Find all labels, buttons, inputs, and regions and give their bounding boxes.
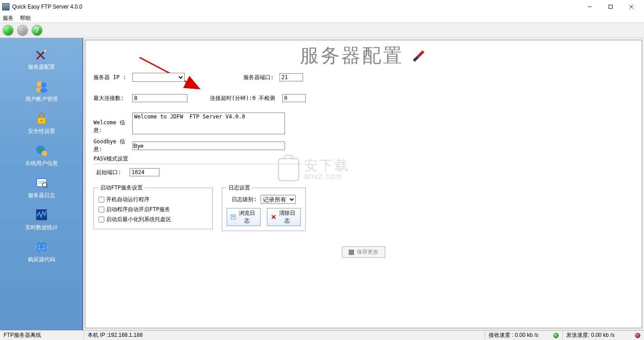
sidebar-item-security[interactable]: 安全性设置 [0,109,83,138]
sidebar-item-logs[interactable]: 服务器日志 [0,173,83,202]
svg-point-10 [40,88,47,93]
minimize-button[interactable] [579,0,600,14]
menu-help[interactable]: 帮助 [20,14,31,22]
svg-point-14 [42,151,47,156]
titlebar: Quick Easy FTP Server 4.0.0 [0,0,644,14]
users-icon [0,78,83,94]
welcome-label: Welcome 信息: [93,113,132,134]
save-button[interactable]: 保存更改 [342,246,385,258]
wrench-icon [0,46,83,62]
sidebar-item-server-config[interactable]: 服务器配置 [0,44,83,74]
menu-service[interactable]: 服务 [3,14,14,22]
status-local-ip: 本机 IP :192.168.1.188 [84,331,485,340]
svg-point-6 [43,49,47,52]
startup-group: 启动FTP服务设置 开机自动运行程序 启动程序自动开启FTP服务 启动后最小化到… [93,184,213,229]
sidebar-item-label: 服务器配置 [0,63,83,71]
server-ip-select[interactable] [132,73,185,82]
sidebar-item-label: 用户帐户管理 [0,95,83,103]
svg-rect-24 [417,50,425,58]
maximize-button[interactable] [600,0,621,14]
startup-opt-minimize[interactable]: 启动后最小化到系统托盘区 [98,214,208,224]
log-level-select[interactable]: 记录所有 [261,195,296,204]
status-send-speed: 发送速度: 0.00 kb /s [566,331,615,339]
window-title: Quick Easy FTP Server 4.0.0 [12,4,579,10]
svg-point-8 [41,82,47,88]
goodbye-input[interactable] [132,142,285,150]
send-led-icon [635,333,640,338]
sidebar-item-label: 服务器日志 [0,192,83,199]
config-form: 服务器 IP : 服务器端口: 最大连接数: 连接超时(分钟):0 不检测 We [93,71,634,258]
app-icon [2,3,9,10]
welcome-input[interactable]: Welcome to JDFW FTP Server V4.0.0 [132,113,285,134]
sidebar-item-label: 安全性设置 [0,128,83,135]
lock-icon [0,110,83,127]
timeout-input[interactable] [282,94,306,102]
document-icon [231,214,236,220]
stop-server-button[interactable] [17,25,28,36]
timeout-label: 连接超时(分钟):0 不检测 [210,94,282,102]
globe-icon [0,239,83,255]
content-panel: 服务器配置 安下载 anxz.com 服务器 IP : [85,40,642,328]
startup-opt-autorun[interactable]: 开机自动运行程序 [98,194,208,204]
sidebar-item-users[interactable]: 用户帐户管理 [0,76,83,106]
statusbar: FTP服务器离线 本机 IP :192.168.1.188 接收速度 : 0.0… [0,330,644,340]
sidebar-item-label: 购买源代码 [0,256,83,264]
sidebar-item-stats[interactable]: 实时数据统计 [0,205,83,234]
toolbar: ? [0,23,644,38]
svg-rect-1 [609,5,612,9]
max-conn-input[interactable] [132,94,187,102]
sidebar-item-buy-source[interactable]: 购买源代码 [0,237,83,266]
startup-opt-autostart[interactable]: 启动程序自动开启FTP服务 [98,204,208,214]
svg-point-21 [36,241,47,252]
server-port-input[interactable] [280,73,303,81]
pasv-start-port-label: 起始端口: [96,169,130,176]
max-conn-label: 最大连接数: [93,94,132,102]
svg-point-7 [37,81,42,87]
status-server-state: FTP服务器离线 [0,331,84,340]
pasv-group-label: PASV模式设置 [93,156,128,162]
sidebar-item-label: 在线用户信息 [0,160,83,167]
sidebar-item-online-users[interactable]: 在线用户信息 [0,141,83,170]
title-wrench-icon [410,47,427,65]
window-controls [579,0,642,13]
svg-point-12 [41,120,42,122]
delete-icon [271,214,276,220]
log-level-label: 日志级别: [232,196,257,203]
recv-led-icon [553,333,559,338]
log-icon [0,175,83,191]
clear-log-button[interactable]: 清除日志 [267,208,301,226]
content-wrap: 服务器配置 安下载 anxz.com 服务器 IP : [83,38,644,330]
log-group-legend: 日志设置 [227,184,252,192]
server-port-label: 服务器端口: [243,74,280,81]
page-title: 服务器配置 [85,43,642,68]
server-ip-label: 服务器 IP : [93,74,132,81]
main-area: 服务器配置 用户帐户管理 安全性设置 在线用户信息 服务器日志 [0,38,644,330]
menubar: 服务 帮助 [0,14,644,23]
help-button[interactable]: ? [32,25,42,36]
pasv-start-port-input[interactable] [130,168,159,176]
startup-group-legend: 启动FTP服务设置 [98,184,145,192]
start-server-button[interactable] [3,25,14,36]
status-recv-speed: 接收速度 : 0.00 kb /s [489,331,538,339]
log-group: 日志设置 日志级别: 记录所有 浏览日志 清 [222,184,306,231]
sidebar-item-label: 实时数据统计 [0,224,83,231]
close-button[interactable] [621,0,642,14]
stats-icon [0,207,83,223]
browse-log-button[interactable]: 浏览日志 [227,208,261,226]
sidebar: 服务器配置 用户帐户管理 安全性设置 在线用户信息 服务器日志 [0,38,83,330]
goodbye-label: Goodbye 信息: [93,138,132,153]
globe-users-icon [0,142,83,159]
svg-line-19 [46,186,48,188]
disk-icon [349,250,354,255]
